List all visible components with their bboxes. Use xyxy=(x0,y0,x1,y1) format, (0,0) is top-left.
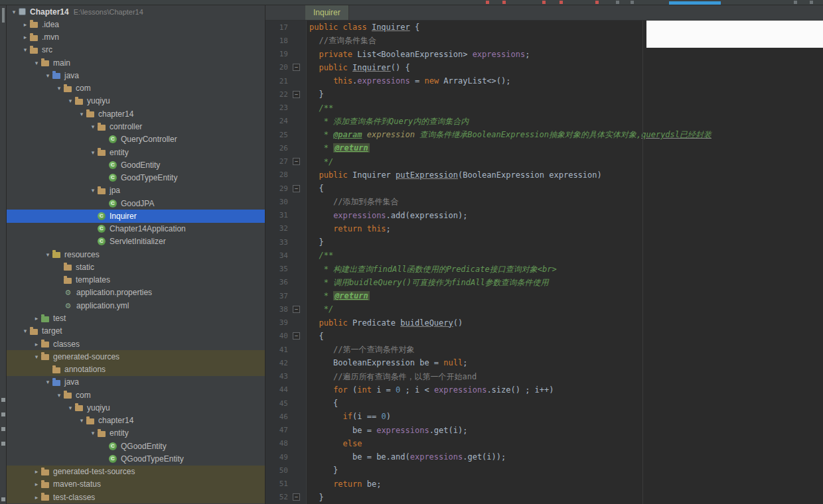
code-line-41[interactable]: //第一个查询条件对象 xyxy=(307,343,823,356)
chevron-down-icon[interactable]: ▾ xyxy=(88,123,98,130)
chevron-right-icon[interactable]: ▸ xyxy=(21,34,30,40)
editor-tab-inquirer[interactable]: Inquirer xyxy=(305,5,349,20)
tool-window-button[interactable] xyxy=(2,8,5,23)
fold-end-icon[interactable]: − xyxy=(293,158,300,165)
tree-item-chapter14[interactable]: ▾chapter14 xyxy=(7,107,265,120)
tree-item-chapter14[interactable]: ▾Chapter14E:\lessons\Chapter14 xyxy=(7,5,265,18)
code-line-39[interactable]: public Predicate buidleQuery() xyxy=(307,316,823,330)
tree-item-annotations[interactable]: annotations xyxy=(7,363,265,375)
tree-item-application-yml[interactable]: ⚙application.yml xyxy=(7,299,265,312)
project-panel[interactable]: ▾Chapter14E:\lessons\Chapter14▸.idea▸.mv… xyxy=(7,5,265,504)
chevron-right-icon[interactable]: ▸ xyxy=(32,468,41,475)
code-line-30[interactable]: //添加到条件集合 xyxy=(307,195,823,208)
tree-item-jpa[interactable]: ▾jpa xyxy=(7,184,265,197)
code-line-49[interactable]: be = be.and(expressions.get(i)); xyxy=(307,450,823,464)
code-line-38[interactable]: */ xyxy=(307,302,823,316)
code-line-24[interactable]: * 添加查询条件到Query内的查询集合内 xyxy=(307,115,823,128)
tool-window-button[interactable] xyxy=(1,427,5,431)
tree-item-java[interactable]: ▾java xyxy=(7,69,265,82)
code-line-51[interactable]: return be; xyxy=(307,477,823,491)
tree-item-querycontroller[interactable]: CQueryController xyxy=(7,133,265,146)
chevron-down-icon[interactable]: ▾ xyxy=(43,72,52,79)
chevron-down-icon[interactable]: ▾ xyxy=(88,187,98,194)
tree-item-qgoodentity[interactable]: CQGoodEntity xyxy=(7,440,265,452)
code-line-22[interactable]: } xyxy=(307,88,823,101)
tree-item-test-classes[interactable]: ▸test-classes xyxy=(7,491,265,503)
tree-item-maven-status[interactable]: ▸maven-status xyxy=(7,478,265,491)
fold-start-icon[interactable]: − xyxy=(293,185,300,192)
code-line-31[interactable]: expressions.add(expression); xyxy=(307,209,823,222)
tree-item-goodentity[interactable]: CGoodEntity xyxy=(7,158,265,171)
chevron-down-icon[interactable]: ▾ xyxy=(54,392,64,399)
tree-item-entity[interactable]: ▾entity xyxy=(7,427,265,440)
tree-item-java[interactable]: ▾java xyxy=(7,376,265,389)
tree-item-inquirer[interactable]: CInquirer xyxy=(7,210,265,222)
tree-item-src[interactable]: ▾src xyxy=(7,44,265,56)
tree-item-target[interactable]: ▾target xyxy=(7,325,265,338)
chevron-down-icon[interactable]: ▾ xyxy=(9,9,19,15)
code-line-48[interactable]: else xyxy=(307,437,823,450)
tree-item-yuqiyu[interactable]: ▾yuqiyu xyxy=(7,401,265,414)
code-line-33[interactable]: } xyxy=(307,235,823,249)
chevron-down-icon[interactable]: ▾ xyxy=(21,328,30,334)
tree-item-application-properties[interactable]: ⚙application.properties xyxy=(7,286,265,299)
chevron-down-icon[interactable]: ▾ xyxy=(66,405,75,411)
tree-item-generated-sources[interactable]: ▾generated-sources xyxy=(7,350,265,363)
tree-item-main[interactable]: ▾main xyxy=(7,56,265,69)
chevron-down-icon[interactable]: ▾ xyxy=(54,85,64,92)
gutter[interactable]: 17181920−2122−2324252627−2829−3031323334… xyxy=(265,21,307,504)
chevron-right-icon[interactable]: ▸ xyxy=(32,315,41,322)
tree-item-servletinitializer[interactable]: CServletInitializer xyxy=(7,235,265,248)
fold-end-icon[interactable]: − xyxy=(293,91,300,98)
code-line-28[interactable]: public Inquirer putExpression(BooleanExp… xyxy=(307,168,823,182)
tree-item-controller[interactable]: ▾controller xyxy=(7,120,265,133)
code-line-27[interactable]: */ xyxy=(307,155,823,168)
chevron-down-icon[interactable]: ▾ xyxy=(88,430,98,436)
code-line-50[interactable]: } xyxy=(307,464,823,477)
tree-item-com[interactable]: ▾com xyxy=(7,82,265,95)
code-line-19[interactable]: private List<BooleanExpression> expressi… xyxy=(307,48,823,61)
chevron-right-icon[interactable]: ▸ xyxy=(32,481,41,487)
code-line-44[interactable]: for (int i = 0 ; i < expressions.size() … xyxy=(307,383,823,397)
tree-item-idea[interactable]: ▸.idea xyxy=(7,18,265,31)
code-line-29[interactable]: { xyxy=(307,182,823,195)
tool-window-button[interactable] xyxy=(1,398,5,402)
chevron-down-icon[interactable]: ▾ xyxy=(21,46,30,53)
code-line-42[interactable]: BooleanExpression be = null; xyxy=(307,356,823,369)
code-line-21[interactable]: this.expressions = new ArrayList<>(); xyxy=(307,74,823,88)
tree-item-templates[interactable]: templates xyxy=(7,274,265,286)
code-editor[interactable]: public class Inquirer { //查询条件集合 private… xyxy=(307,21,823,504)
code-line-32[interactable]: return this; xyxy=(307,222,823,235)
code-line-34[interactable]: /** xyxy=(307,249,823,262)
chevron-down-icon[interactable]: ▾ xyxy=(32,60,41,66)
editor-tab-bar[interactable]: Inquirer xyxy=(265,5,823,21)
tool-window-button[interactable] xyxy=(1,442,5,446)
tree-item-test[interactable]: ▸test xyxy=(7,312,265,324)
tree-item-qgoodtypeentity[interactable]: CQGoodTypeEntity xyxy=(7,452,265,465)
code-line-46[interactable]: if(i == 0) xyxy=(307,410,823,423)
chevron-right-icon[interactable]: ▸ xyxy=(32,494,41,501)
tree-item-chapter14application[interactable]: CChapter14Application xyxy=(7,223,265,235)
chevron-right-icon[interactable]: ▸ xyxy=(21,21,30,28)
code-line-36[interactable]: * 调用buidleQuery()可直接作为findAll参数查询条件使用 xyxy=(307,276,823,289)
code-line-23[interactable]: /** xyxy=(307,101,823,115)
chevron-down-icon[interactable]: ▾ xyxy=(32,353,41,360)
code-line-45[interactable]: { xyxy=(307,397,823,410)
tree-item-entity[interactable]: ▾entity xyxy=(7,146,265,158)
fold-start-icon[interactable]: − xyxy=(293,332,300,340)
code-line-40[interactable]: { xyxy=(307,330,823,343)
chevron-down-icon[interactable]: ▾ xyxy=(77,111,86,117)
chevron-right-icon[interactable]: ▸ xyxy=(32,341,41,347)
chevron-down-icon[interactable]: ▾ xyxy=(66,97,75,104)
chevron-down-icon[interactable]: ▾ xyxy=(43,251,52,258)
tool-window-button[interactable] xyxy=(1,412,5,416)
code-line-25[interactable]: * @param expression 查询条件继承BooleanExpress… xyxy=(307,128,823,141)
code-line-43[interactable]: //遍历所有查询条件，以第一个开始and xyxy=(307,370,823,383)
chevron-down-icon[interactable]: ▾ xyxy=(88,149,98,156)
tool-window-stripe[interactable] xyxy=(0,5,7,504)
chevron-down-icon[interactable]: ▾ xyxy=(77,417,86,424)
code-line-26[interactable]: * @return xyxy=(307,141,823,155)
tool-window-button[interactable] xyxy=(1,497,5,501)
tree-item-generated-test-sources[interactable]: ▸generated-test-sources xyxy=(7,466,265,478)
tree-item-resources[interactable]: ▾resources xyxy=(7,248,265,261)
